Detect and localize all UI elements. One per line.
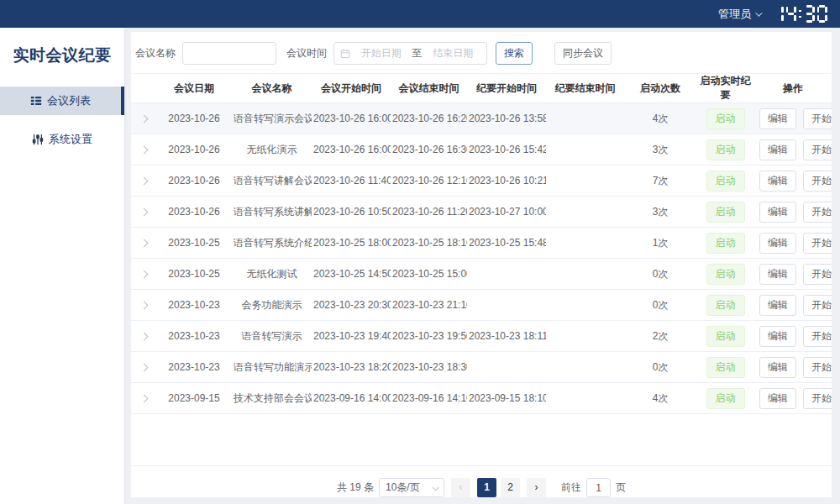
cell-meeting-start: 2023-10-25 14:50 [312,259,391,290]
clock-colon [798,5,802,23]
sync-meeting-button[interactable]: 同步会议 [554,42,612,65]
cell-minutes-start [467,259,546,290]
edit-button[interactable]: 编辑 [759,264,796,285]
cell-meeting-start: 2023-10-26 16:00 [312,134,391,165]
table-row: 2023-10-23会务功能演示2023-10-23 20:302023-10-… [131,290,832,321]
edit-button[interactable]: 编辑 [759,388,796,409]
search-button[interactable]: 搜索 [496,42,533,65]
table-header-row: 会议日期会议名称会议开始时间会议结束时间纪要开始时间纪要结束时间启动次数启动实时… [131,74,832,103]
cell-meeting-end: 2023-10-23 21:10 [391,290,467,321]
expand-row-icon[interactable] [139,146,148,155]
cell-meeting-date: 2023-10-25 [156,259,232,290]
cell-minutes-end [546,352,624,383]
cell-meeting-name: 语音转写系统介绍 [232,228,312,259]
goto-page-input[interactable] [586,478,611,497]
cell-meeting-name: 语音转写功能演示 [232,352,312,383]
chevron-down-icon [432,484,438,491]
page-number-button[interactable]: 2 [501,478,520,497]
auto-launch-button[interactable]: 启动 [706,108,745,129]
meeting-name-input[interactable] [182,42,276,65]
expand-row-icon[interactable] [139,177,148,186]
edit-button[interactable]: 编辑 [759,202,796,223]
auto-launch-button[interactable]: 启动 [706,388,745,409]
list-icon [30,95,42,107]
auto-launch-button[interactable]: 启动 [706,139,745,160]
column-header: 启动次数 [624,74,696,103]
cell-launch-count: 0次 [624,290,696,321]
expand-row-icon[interactable] [139,115,148,123]
cell-meeting-name: 技术支持部会会议 [232,383,312,414]
edit-button[interactable]: 编辑 [759,108,796,129]
cell-meeting-name: 语音转写讲解会议 [232,165,312,197]
goto-label: 前往 [561,480,581,495]
start-button[interactable]: 开始 [803,326,832,347]
cell-minutes-start: 2023-10-25 15:48 [467,228,546,259]
expand-row-icon[interactable] [139,208,148,217]
user-dropdown[interactable]: 管理员 [718,7,760,22]
start-button[interactable]: 开始 [803,139,832,160]
edit-button[interactable]: 编辑 [759,326,796,347]
expand-row-icon[interactable] [139,302,148,310]
sidebar: 实时会议纪要 会议列表 系统设置 [0,28,124,504]
start-button[interactable]: 开始 [803,388,832,409]
table-row: 2023-09-15技术支持部会会议2023-09-16 14:002023-0… [131,383,832,414]
user-name: 管理员 [718,7,751,22]
cell-meeting-end: 2023-10-25 15:00 [391,259,467,290]
cell-launch-count: 4次 [624,383,696,414]
prev-page-button[interactable]: ‹ [451,478,470,497]
expand-row-icon[interactable] [139,270,148,279]
end-date-placeholder[interactable]: 结束日期 [426,46,481,60]
edit-button[interactable]: 编辑 [759,171,796,192]
column-header: 会议开始时间 [312,74,391,103]
digital-clock [772,5,828,24]
date-range-separator: 至 [412,46,423,60]
start-date-placeholder[interactable]: 开始日期 [354,46,409,60]
cell-meeting-date: 2023-10-25 [156,228,232,259]
cell-minutes-end [546,290,624,321]
cell-meeting-end: 2023-10-23 19:50 [391,321,467,352]
auto-launch-button[interactable]: 启动 [706,171,745,192]
cell-meeting-date: 2023-10-23 [156,290,232,321]
total-count: 共 19 条 [337,480,374,495]
auto-launch-button[interactable]: 启动 [706,202,745,223]
auto-launch-button[interactable]: 启动 [706,357,745,378]
auto-launch-button[interactable]: 启动 [706,264,745,285]
expand-row-icon[interactable] [139,364,148,372]
sidebar-item-meeting-list[interactable]: 会议列表 [0,87,124,115]
start-button[interactable]: 开始 [803,108,832,129]
auto-launch-button[interactable]: 启动 [706,233,745,254]
start-button[interactable]: 开始 [803,202,832,223]
page-size-select[interactable]: 10条/页 [379,478,444,497]
edit-button[interactable]: 编辑 [759,139,796,160]
clock-digit [805,5,815,23]
start-button[interactable]: 开始 [803,264,832,285]
edit-button[interactable]: 编辑 [759,233,796,254]
sidebar-item-system-settings[interactable]: 系统设置 [0,125,124,154]
auto-launch-button[interactable]: 启动 [706,326,745,347]
page-size-value: 10条/页 [386,480,420,495]
pagination: 共 19 条 10条/页 ‹ 12 › 前往 页 [131,478,832,497]
table-row: 2023-10-23语音转写功能演示2023-10-23 18:202023-1… [131,352,832,383]
next-page-button[interactable]: › [527,478,546,497]
start-button[interactable]: 开始 [803,233,832,254]
cell-meeting-name: 语音转写系统讲解 [232,197,312,228]
column-header: 纪要开始时间 [467,74,546,103]
topbar: 管理员 [0,0,840,28]
edit-button[interactable]: 编辑 [759,295,796,316]
cell-meeting-start: 2023-09-16 14:00 [312,383,391,414]
table-row: 2023-10-26语音转写讲解会议2023-10-26 11:402023-1… [131,165,832,197]
start-button[interactable]: 开始 [803,295,832,316]
expand-row-icon[interactable] [139,395,148,403]
date-range-picker[interactable]: 开始日期 至 结束日期 [333,42,487,65]
cell-minutes-start: 2023-09-15 18:10 [467,383,546,414]
start-button[interactable]: 开始 [803,171,832,192]
cell-launch-count: 4次 [624,103,696,134]
expand-row-icon[interactable] [139,333,148,341]
auto-launch-button[interactable]: 启动 [706,295,745,316]
cell-launch-count: 1次 [624,228,696,259]
start-button[interactable]: 开始 [803,357,832,378]
expand-row-icon[interactable] [139,239,148,248]
page-number-button[interactable]: 1 [477,478,496,497]
cell-meeting-start: 2023-10-23 19:40 [312,321,391,352]
edit-button[interactable]: 编辑 [759,357,796,378]
